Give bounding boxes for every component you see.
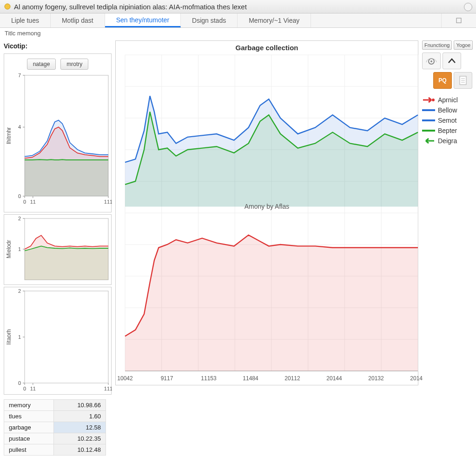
yogoe-button[interactable]: Yogoe: [454, 40, 473, 50]
mini-chart-1: 047011111Ihitmhr: [4, 73, 112, 207]
table-cell-name: pustace: [4, 433, 54, 444]
svg-point-71: [432, 99, 435, 101]
pq-badge[interactable]: PQ: [433, 72, 452, 89]
svg-text:20132: 20132: [368, 375, 384, 382]
tab-bar: Liple tues Motlip dast Sen they/ntumoter…: [0, 13, 476, 28]
mini-chart-3: 012011111Iitaorh: [4, 287, 112, 394]
legend-item: Aprnicl: [422, 96, 472, 104]
legend-label: Aprnicl: [438, 96, 458, 104]
natage-button[interactable]: natage: [27, 59, 56, 70]
svg-text:4: 4: [18, 124, 21, 130]
table-row: pustace10.22.35: [4, 433, 106, 444]
table-cell-value: 12.58: [54, 422, 106, 433]
tab-liple[interactable]: Liple tues: [0, 13, 51, 27]
svg-text:1: 1: [18, 246, 21, 252]
mini-chart-3-panel: 012011111Iitaorh: [4, 287, 112, 395]
tab-sen[interactable]: Sen they/ntumoter: [105, 13, 181, 27]
legend: AprniclBellowSemotBepterDeigra: [422, 96, 472, 145]
doc-icon[interactable]: [454, 72, 472, 89]
main-chart-panel: Garbage collection Amony by Aflas 100429…: [115, 40, 418, 385]
table-cell-name: tlues: [4, 411, 54, 422]
svg-rect-22: [25, 291, 108, 383]
svg-text:0: 0: [18, 193, 21, 199]
main-chart: 100429117111531148420112201442013220142: [116, 41, 423, 385]
stats-table: memory10.98.66tlues1.60garbage12.58pusta…: [4, 399, 106, 456]
legend-mark: [422, 138, 435, 144]
svg-point-66: [430, 60, 432, 62]
table-row: pullest10.12.48: [4, 444, 106, 456]
legend-item: Semot: [422, 117, 472, 124]
table-cell-name: memory: [4, 400, 54, 411]
svg-text:10042: 10042: [117, 375, 133, 382]
chevron-up-icon[interactable]: [443, 53, 461, 69]
svg-text:11: 11: [30, 386, 36, 391]
legend-item: Bellow: [422, 106, 472, 114]
mrotry-button[interactable]: mrotry: [60, 59, 88, 70]
svg-text:111: 111: [104, 199, 112, 205]
tab-dsign[interactable]: Dsign stads: [181, 13, 238, 27]
legend-label: Bellow: [438, 106, 457, 114]
svg-text:7: 7: [18, 73, 21, 78]
svg-text:20142: 20142: [410, 375, 423, 382]
left-section-label: Vicotip:: [4, 40, 112, 52]
app-icon: [4, 3, 11, 10]
svg-text:0: 0: [23, 386, 26, 391]
legend-mark: [422, 117, 435, 124]
table-cell-value: 1.60: [54, 411, 106, 422]
close-icon[interactable]: [464, 3, 472, 11]
table-row: tlues1.60: [4, 411, 106, 422]
main-chart-title: Garbage collection: [116, 44, 418, 52]
table-cell-name: garbage: [4, 422, 54, 433]
svg-text:111: 111: [104, 386, 112, 391]
tab-motlip[interactable]: Motlip dast: [51, 13, 105, 27]
svg-text:20112: 20112: [284, 375, 300, 382]
svg-text:9117: 9117: [161, 375, 173, 382]
main-chart-midlabel: Amony by Aflas: [116, 203, 418, 210]
svg-text:0: 0: [18, 380, 21, 386]
svg-text:11484: 11484: [243, 375, 258, 382]
legend-label: Semot: [438, 117, 456, 124]
svg-text:Ihitmhr: Ihitmhr: [6, 127, 12, 145]
mini-chart-2: 12Mielodr: [4, 215, 112, 284]
table-cell-value: 10.22.35: [54, 433, 106, 444]
table-cell-name: pullest: [4, 444, 54, 456]
legend-mark: [422, 107, 435, 113]
tab-memory[interactable]: Memory/~1 Vieay: [238, 13, 311, 27]
svg-text:Iitaorh: Iitaorh: [6, 329, 12, 344]
svg-text:11: 11: [30, 199, 36, 205]
window-title: Al anomy fogeny, sullrevel tedipla nipin…: [14, 3, 247, 11]
svg-text:Mielodr: Mielodr: [6, 240, 12, 258]
svg-text:1: 1: [18, 334, 21, 340]
svg-text:2: 2: [18, 216, 21, 221]
legend-item: Bepter: [422, 127, 472, 134]
legend-label: Deigra: [438, 137, 457, 145]
svg-rect-1: [456, 18, 461, 23]
svg-text:11153: 11153: [201, 375, 217, 382]
tab-overflow-icon[interactable]: [441, 13, 476, 27]
mini-chart-1-panel: natage mrotry 047011111Ihitmhr: [4, 53, 112, 212]
legend-label: Bepter: [438, 127, 457, 134]
table-cell-value: 10.98.66: [54, 400, 106, 411]
window-titlebar: Al anomy fogeny, sullrevel tedipla nipin…: [0, 0, 476, 13]
svg-text:0: 0: [23, 199, 26, 205]
camera-icon[interactable]: [422, 53, 441, 69]
table-row: garbage12.58: [4, 422, 106, 433]
svg-point-0: [5, 4, 10, 9]
table-row: memory10.98.66: [4, 400, 106, 411]
legend-mark: [422, 127, 435, 134]
table-cell-value: 10.12.48: [54, 444, 106, 456]
svg-text:2: 2: [18, 288, 21, 294]
mini-chart-2-panel: 12Mielodr: [4, 214, 112, 285]
sub-title: Titlc memong: [0, 28, 476, 39]
legend-item: Deigra: [422, 137, 472, 145]
fnunctiong-button[interactable]: Fnunctiong: [422, 40, 452, 50]
svg-text:20144: 20144: [326, 375, 342, 382]
legend-mark: [422, 97, 435, 103]
